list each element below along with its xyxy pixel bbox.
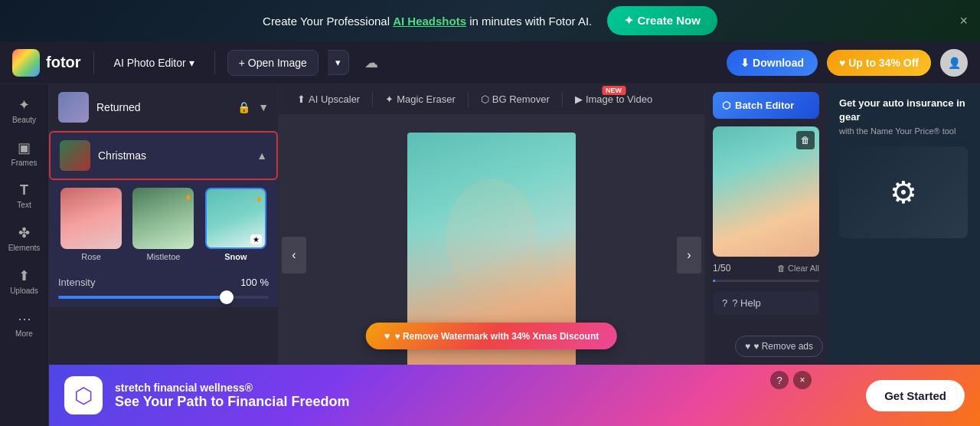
filter-category-christmas: Christmas ▲ Rose ♦ Mistletoe (49, 131, 278, 307)
progress-fill (713, 280, 715, 282)
sidebar-item-label: Elements (8, 244, 41, 252)
svg-point-0 (446, 179, 537, 301)
returned-lock-icon: 🔒 (237, 101, 250, 113)
ai-upscaler-icon: ⬆ (297, 93, 305, 105)
canvas-toolbar: ⬆ AI Upscaler ✦ Magic Eraser ⬡ BG Remove… (279, 84, 704, 115)
intensity-slider[interactable] (58, 296, 269, 299)
uploads-icon: ⬆ (18, 267, 30, 284)
remove-ads-button[interactable]: ♥ ♥ Remove ads (735, 336, 823, 357)
header-divider (93, 51, 94, 74)
banner-text: Create Your Professional AI Headshots in… (263, 15, 592, 28)
batch-editor-icon: ⬡ (722, 100, 730, 111)
toolbar-sep2 (468, 92, 469, 107)
sidebar-item-label: Uploads (10, 287, 38, 295)
filter-item-mistletoe[interactable]: ♦ Mistletoe (130, 188, 196, 261)
mistletoe-gold-badge: ♦ (185, 191, 191, 203)
sidebar-item-label: Frames (11, 159, 38, 167)
christmas-thumb (60, 140, 90, 171)
filter-item-rose[interactable]: Rose (58, 188, 124, 261)
top-banner: Create Your Professional AI Headshots in… (0, 0, 980, 41)
returned-expand-icon: ▼ (258, 101, 269, 113)
batch-count: 1/50 (713, 263, 730, 274)
open-image-dropdown[interactable]: ▾ (328, 50, 349, 75)
canvas-main: ♥ ♥ Remove Watermark with 34% Xmas Disco… (279, 115, 704, 395)
toolbar-sep1 (372, 92, 373, 107)
filter-items-grid: Rose ♦ Mistletoe ♦ ★ Snow (49, 180, 278, 269)
text-icon: T (20, 182, 28, 198)
watermark-strip[interactable]: ♥ ♥ Remove Watermark with 34% Xmas Disco… (366, 323, 617, 349)
batch-delete-button[interactable]: 🗑 (796, 131, 815, 149)
ai-photo-editor-button[interactable]: AI Photo Editor ▾ (106, 52, 202, 74)
open-image-button[interactable]: + Open Image (227, 50, 318, 76)
main-layout: ✦ Beauty ▣ Frames T Text ✤ Elements ⬆ Up… (0, 84, 980, 426)
upgrade-button[interactable]: ♥ Up to 34% Off (827, 50, 931, 76)
bg-remover-button[interactable]: ⬡ BG Remover (475, 90, 556, 108)
magic-eraser-wrap: ✦ Magic Eraser (379, 90, 462, 108)
dropdown-icon: ▾ (189, 57, 194, 69)
sidebar-item-beauty[interactable]: ✦ Beauty (3, 90, 46, 130)
logo: fotor (12, 49, 81, 77)
snow-star-badge: ★ (250, 234, 262, 244)
trash-icon: 🗑 (777, 264, 786, 273)
batch-editor-button[interactable]: ⬡ Batch Editor (713, 92, 819, 119)
bottom-close-button[interactable]: × (793, 371, 812, 389)
new-badge: NEW (602, 86, 626, 95)
rose-label: Rose (81, 252, 101, 261)
sidebar-item-text[interactable]: T Text (3, 176, 46, 215)
magic-eraser-button[interactable]: ✦ Magic Eraser (379, 90, 462, 108)
progress-bar-wrap (705, 280, 827, 287)
intensity-slider-thumb[interactable] (220, 290, 234, 304)
rose-thumb (60, 188, 122, 249)
batch-info-row: 1/50 🗑 Clear All (705, 257, 827, 280)
progress-bar (713, 280, 819, 282)
filter-category-christmas-header[interactable]: Christmas ▲ (49, 131, 278, 180)
toolbar-sep3 (562, 92, 563, 107)
logo-icon (12, 49, 40, 77)
filter-category-christmas-name: Christmas (98, 149, 249, 162)
returned-thumb (58, 92, 89, 123)
canvas-image (407, 115, 576, 395)
canvas-nav-right[interactable]: › (677, 237, 701, 274)
heart-icon: ♥ (384, 330, 390, 342)
bottom-question-button[interactable]: ? (770, 371, 789, 389)
intensity-label: Intensity (58, 277, 95, 288)
beauty-icon: ✦ (18, 97, 30, 113)
image-to-video-wrap: ▶ Image to Video NEW (569, 90, 658, 108)
help-icon: ? (722, 297, 727, 309)
filter-item-snow[interactable]: ♦ ★ Snow (203, 188, 269, 261)
ai-upscaler-button[interactable]: ⬆ AI Upscaler (291, 90, 366, 108)
create-now-button[interactable]: ✦ Create Now (607, 6, 717, 35)
heart-icon: ♥ (745, 341, 750, 352)
filter-category-returned: Returned 🔒 ▼ (49, 84, 278, 131)
clear-all-button[interactable]: 🗑 Clear All (777, 264, 819, 273)
bottom-ad-logo-icon: ⬡ (74, 383, 93, 408)
sidebar-item-label: Text (17, 201, 31, 209)
download-button[interactable]: ⬇ Download (727, 50, 818, 76)
bottom-ad-text: stretch financial wellness® See Your Pat… (115, 382, 349, 410)
header-divider2 (214, 51, 215, 74)
canvas-nav-left[interactable]: ‹ (282, 237, 306, 274)
sidebar-item-frames[interactable]: ▣ Frames (3, 133, 46, 173)
elements-icon: ✤ (18, 224, 30, 241)
headshots-highlight: AI Headshots (393, 15, 466, 28)
filter-category-returned-name: Returned (96, 101, 230, 113)
ad-gear-icon: ⚙ (890, 175, 917, 210)
frames-icon: ▣ (18, 139, 31, 156)
close-banner-button[interactable]: × (959, 13, 968, 29)
sidebar-item-uploads[interactable]: ⬆ Uploads (3, 261, 46, 301)
bottom-ad-cta-button[interactable]: Get Started (866, 380, 965, 411)
filter-category-returned-header[interactable]: Returned 🔒 ▼ (49, 84, 278, 130)
sidebar-item-label: Beauty (12, 116, 36, 124)
video-icon: ▶ (575, 93, 583, 105)
sidebar-item-elements[interactable]: ✤ Elements (3, 218, 46, 258)
bottom-ad-title: stretch financial wellness® (115, 382, 349, 394)
avatar-button[interactable]: 👤 (940, 49, 968, 77)
left-sidebar: ✦ Beauty ▣ Frames T Text ✤ Elements ⬆ Up… (0, 84, 49, 426)
help-button[interactable]: ? ? Help (713, 291, 819, 315)
magic-eraser-icon: ✦ (385, 93, 394, 105)
bottom-ad-banner: ⬡ stretch financial wellness® See Your P… (49, 365, 980, 426)
cloud-icon[interactable]: ☁ (364, 54, 378, 71)
mistletoe-thumb: ♦ (132, 188, 194, 249)
sidebar-item-more[interactable]: ⋯ More (3, 304, 46, 344)
bottom-ad-desc: See Your Path to Financial Freedom (115, 394, 349, 410)
